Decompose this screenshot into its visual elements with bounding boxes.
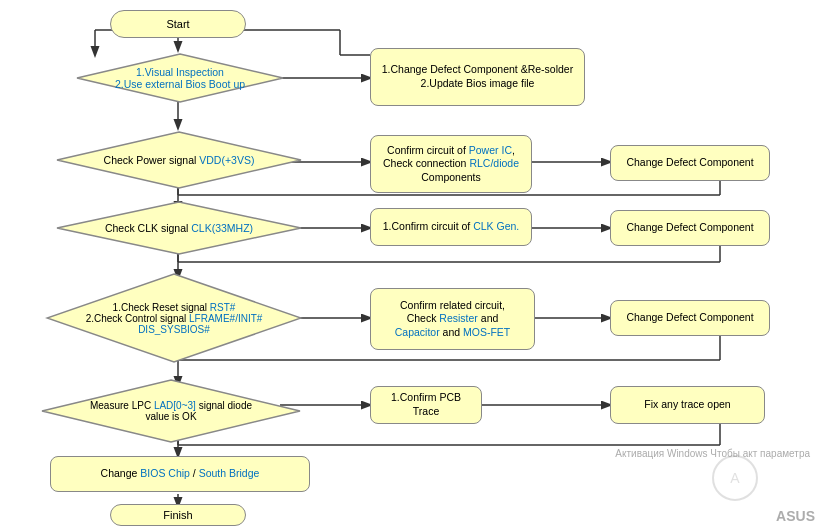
step4-mid-label: Confirm related circuit,Check Resister a…: [395, 299, 511, 340]
step4-diamond-text: 1.Check Reset signal RST#2.Check Control…: [45, 272, 303, 364]
step3-mid-label: 1.Confirm circuit of CLK Gen.: [383, 220, 520, 234]
step1-action-box: 1.Change Defect Component &Re-solder2.Up…: [370, 48, 585, 106]
start-label: Start: [166, 17, 189, 31]
start-box: Start: [110, 10, 246, 38]
step6-box: Change BIOS Chip / South Bridge: [50, 456, 310, 492]
step2-mid-label: Confirm circuit of Power IC,Check connec…: [383, 144, 519, 185]
step4-right-label: Change Defect Component: [626, 311, 753, 325]
step5-diamond-text: Measure LPC LAD[0~3] signal diodevalue i…: [40, 378, 302, 444]
step1-action-label: 1.Change Defect Component &Re-solder2.Up…: [382, 63, 573, 90]
step2-mid-box: Confirm circuit of Power IC,Check connec…: [370, 135, 532, 193]
step2-right-label: Change Defect Component: [626, 156, 753, 170]
asus-logo: ASUS: [776, 508, 815, 524]
step5-right-label: Fix any trace open: [644, 398, 730, 412]
step4-mid-box: Confirm related circuit,Check Resister a…: [370, 288, 535, 350]
step3-mid-box: 1.Confirm circuit of CLK Gen.: [370, 208, 532, 246]
svg-text:A: A: [730, 470, 740, 486]
flowchart: Start 1.Visual Inspection2.Use external …: [0, 0, 820, 529]
watermark-logo: A: [710, 453, 760, 509]
step3-right-box: Change Defect Component: [610, 210, 770, 246]
finish-label: Finish: [163, 508, 192, 522]
step5-mid-label: 1.Confirm PCB Trace: [377, 391, 475, 418]
step3-right-label: Change Defect Component: [626, 221, 753, 235]
step5-right-box: Fix any trace open: [610, 386, 765, 424]
finish-box: Finish: [110, 504, 246, 526]
step2-diamond-text: Check Power signal VDD(+3VS): [55, 130, 303, 190]
step5-mid-box: 1.Confirm PCB Trace: [370, 386, 482, 424]
step6-label: Change BIOS Chip / South Bridge: [101, 467, 260, 481]
step2-right-box: Change Defect Component: [610, 145, 770, 181]
step3-diamond-text: Check CLK signal CLK(33MHZ): [55, 200, 303, 256]
step4-right-box: Change Defect Component: [610, 300, 770, 336]
step1-diamond-text: 1.Visual Inspection2.Use external Bios B…: [75, 52, 285, 104]
